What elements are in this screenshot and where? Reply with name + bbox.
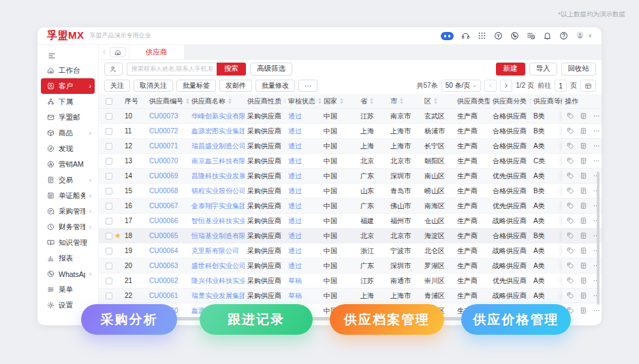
column-header-province[interactable]: 省	[358, 94, 388, 108]
cell-check[interactable]	[99, 184, 122, 198]
cell-check[interactable]	[99, 244, 122, 258]
tag-icon[interactable]	[567, 157, 574, 165]
cell-check[interactable]	[99, 154, 122, 168]
sidebar-item-商品[interactable]: 商品›	[41, 125, 95, 141]
cell-name-link[interactable]: 智恒基业科技实业	[189, 214, 245, 228]
table-row[interactable]: 12CU00071瑞昌盛业制造公司采购供应商通过中国上海上海市长宁区生产商合格供…	[99, 139, 602, 154]
cell-name-link[interactable]: 盛世科创实业公司	[189, 259, 245, 273]
note-icon[interactable]	[580, 127, 587, 135]
cell-name-link[interactable]: 隆兴伟业科技实业	[189, 274, 245, 288]
column-header-name[interactable]: 供应商名称	[189, 94, 245, 108]
table-row[interactable]: 14CU00069昌隆科技实业发展...采购供应商通过中国广东深圳市南山区生产商…	[99, 169, 602, 184]
cell-check[interactable]	[99, 139, 122, 153]
cell-check[interactable]	[99, 214, 122, 228]
cell-check[interactable]	[99, 288, 122, 303]
float-button-供应档案管理[interactable]: 供应档案管理	[330, 304, 444, 335]
column-header-nature[interactable]: 供应商性质	[245, 94, 285, 108]
cell-check[interactable]	[99, 109, 122, 123]
whatsapp-icon[interactable]	[510, 31, 519, 40]
batch-button-关注[interactable]: 关注	[104, 80, 130, 92]
table-row[interactable]: 21CU00062隆兴伟业科技实业采购供应商草稿中国江苏南通市崇川区生产商优先供…	[99, 274, 602, 288]
tab-supplier[interactable]: 供应商	[129, 45, 185, 59]
cell-code-link[interactable]: CU00073	[146, 109, 189, 123]
sidebar-item-财务管理[interactable]: 财务管理›	[41, 219, 95, 235]
tag-icon[interactable]	[567, 262, 574, 269]
tag-icon[interactable]	[567, 112, 574, 120]
sidebar-item-下属[interactable]: 下属	[41, 94, 95, 110]
avatar[interactable]: ∨	[576, 31, 592, 42]
sort-icon[interactable]	[433, 97, 438, 105]
table-row[interactable]: 16CU00067金泰翔宇实业集团采购供应商通过中国广东佛山市南海区生产商优先供…	[99, 199, 602, 214]
cell-name-link[interactable]: 瑞景实业发展集团...	[189, 288, 245, 303]
sidebar-item-单证船务[interactable]: 单证船务›	[41, 188, 95, 203]
more-icon[interactable]	[593, 142, 600, 150]
note-icon[interactable]	[580, 217, 587, 225]
tag-icon[interactable]	[567, 232, 574, 239]
sidebar-item-报表[interactable]: 报表	[41, 250, 95, 266]
table-row[interactable]: ★18CU00065恒瑞基业制造有限...采购供应商通过中国北京北京市海淀区生产…	[99, 229, 602, 244]
column-header-district[interactable]: 区	[422, 94, 454, 108]
column-settings-button[interactable]	[580, 80, 596, 92]
cell-name-link[interactable]: 华峰创新实业有限...	[189, 109, 245, 123]
float-button-供应价格管理[interactable]: 供应价格管理	[461, 304, 571, 335]
tab-home-icon[interactable]	[110, 47, 126, 57]
tag-icon[interactable]	[567, 217, 574, 225]
cell-name-link[interactable]: 南京鑫三科技有限...	[189, 154, 245, 168]
cell-code-link[interactable]: CU00072	[146, 124, 189, 138]
sort-icon[interactable]	[399, 97, 404, 105]
sidebar-item-菜单[interactable]: 菜单	[41, 282, 95, 297]
column-header-category[interactable]: 供应商分类	[490, 94, 531, 108]
table-row[interactable]: 11CU00072鑫源宏图实业集团采购供应商通过中国上海上海市杨浦市生产商合格供…	[99, 124, 602, 139]
apps-grid-icon[interactable]	[478, 31, 486, 40]
cell-check[interactable]	[99, 274, 122, 288]
cell-code-link[interactable]: CU00064	[146, 244, 189, 258]
table-row[interactable]: 19CU00064克里斯有限公司采购供应商通过中国浙江宁波市北仑区生产商战略供应…	[99, 244, 602, 259]
tag-icon[interactable]	[567, 142, 574, 150]
note-icon[interactable]	[580, 277, 587, 284]
column-header-country[interactable]: 国家	[321, 94, 358, 108]
cell-code-link[interactable]: CU00065	[146, 229, 189, 243]
table-row[interactable]: 20CU00063盛世科创实业公司采购供应商通过中国广东深圳市罗湖区生产商战略供…	[99, 259, 602, 274]
column-header-status[interactable]: 审核状态	[285, 94, 321, 108]
cell-name-link[interactable]: 昌隆科技实业发展...	[189, 169, 245, 183]
table-row[interactable]: 22CU00061瑞景实业发展集团...采购供应商草稿中国上海上海市青浦区生产商…	[99, 288, 602, 303]
tag-icon[interactable]	[567, 292, 574, 299]
ai-assistant-icon[interactable]	[441, 32, 454, 40]
note-icon[interactable]	[580, 202, 587, 210]
sidebar-item-WhatsAp...[interactable]: WhatsAp...›	[41, 266, 95, 282]
advanced-filter-button[interactable]: 高级筛选	[250, 63, 292, 76]
cell-code-link[interactable]: CU00069	[146, 169, 189, 183]
cell-check[interactable]	[99, 259, 122, 273]
note-icon[interactable]	[580, 157, 587, 165]
note-icon[interactable]	[580, 172, 587, 180]
sidebar-item-发现[interactable]: 发现	[41, 141, 95, 156]
cell-name-link[interactable]: 锦程实业股份公司	[189, 184, 245, 198]
batch-button-取消关注[interactable]: 取消关注	[134, 80, 173, 92]
tab-back-icon[interactable]	[99, 45, 110, 59]
cell-check[interactable]	[99, 169, 122, 183]
cell-code-link[interactable]: CU00071	[146, 139, 189, 153]
more-icon[interactable]	[593, 127, 600, 135]
sidebar-item-客户[interactable]: 客户›	[41, 78, 95, 94]
cell-code-link[interactable]: CU00068	[146, 184, 189, 198]
sidebar-item-工作台[interactable]: 工作台	[41, 63, 95, 78]
batch-button-批量标签[interactable]: 批量标签	[176, 80, 216, 92]
sort-icon[interactable]	[228, 97, 232, 105]
column-header-city[interactable]: 市	[388, 94, 422, 108]
sidebar-collapse-icon[interactable]	[37, 48, 98, 63]
batch-button-批量修改[interactable]: 批量修改	[255, 80, 295, 92]
table-row[interactable]: 10CU00073华峰创新实业有限...采购供应商通过中国江苏南京市玄武区生产商…	[99, 109, 602, 124]
sidebar-item-采购管理[interactable]: 采购管理›	[41, 203, 95, 219]
more-icon[interactable]	[593, 307, 600, 314]
note-icon[interactable]	[580, 307, 587, 314]
sidebar-item-孚盟邮[interactable]: 孚盟邮	[41, 110, 95, 125]
sort-icon[interactable]	[369, 97, 374, 105]
cell-code-link[interactable]: CU00063	[146, 259, 189, 273]
search-input[interactable]	[127, 63, 217, 76]
goto-page-input[interactable]	[555, 80, 567, 92]
sidebar-item-交易[interactable]: 交易›	[41, 172, 95, 188]
cell-name-link[interactable]: 瑞昌盛业制造公司	[189, 139, 245, 153]
cell-check[interactable]	[99, 124, 122, 138]
more-actions-button[interactable]: ···	[298, 80, 317, 92]
cell-name-link[interactable]: 克里斯有限公司	[189, 244, 245, 258]
